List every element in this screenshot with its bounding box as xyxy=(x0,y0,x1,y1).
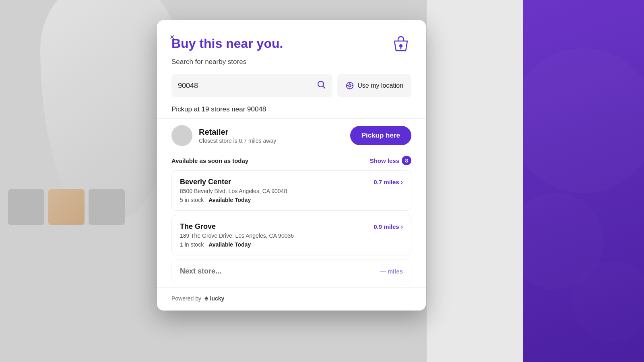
chevron-icon-1: › xyxy=(401,179,403,186)
search-icon[interactable] xyxy=(316,80,326,92)
svg-point-0 xyxy=(523,48,644,193)
miles-value-2: 0.9 miles xyxy=(374,223,399,230)
title-row: Buy this near you. xyxy=(171,33,411,54)
stock-available-1: Available Today xyxy=(208,197,251,203)
thumbnail-row xyxy=(8,189,125,225)
stock-count-1: 5 in stock xyxy=(180,197,204,203)
svg-point-6 xyxy=(349,84,351,87)
close-button[interactable]: × xyxy=(168,31,176,43)
use-location-button[interactable]: Use my location xyxy=(337,74,411,97)
partial-header: Next store... — miles xyxy=(180,267,403,276)
retailer-name: Retailer xyxy=(199,128,276,137)
background-right xyxy=(523,0,644,362)
chevron-icon-2: › xyxy=(401,223,403,230)
store-card-header-2: The Grove 0.9 miles › xyxy=(180,222,403,231)
modal-subtitle: Search for nearby stores xyxy=(171,58,411,66)
lucky-icon: ♠ xyxy=(204,294,208,302)
store-card-beverly-center[interactable]: Beverly Center 0.7 miles › 8500 Beverly … xyxy=(171,170,411,211)
store-bag-icon xyxy=(390,33,411,54)
modal-footer: Powered by ♠ lucky xyxy=(157,287,426,311)
store-finder-modal: × Buy this near you. Search for nearby s… xyxy=(157,20,426,311)
powered-by-label: Powered by xyxy=(171,295,201,302)
retailer-info: Retailer Closest store is 0.7 miles away xyxy=(171,125,276,146)
zip-input[interactable] xyxy=(178,82,316,90)
modal-title: Buy this near you. xyxy=(171,36,283,51)
store-address-2: 189 The Grove Drive, Los Angeles, CA 900… xyxy=(180,232,403,239)
show-less-count: 8 xyxy=(402,156,411,165)
search-row: Use my location xyxy=(171,74,411,97)
store-card-the-grove[interactable]: The Grove 0.9 miles › 189 The Grove Driv… xyxy=(171,215,411,255)
pickup-info: Pickup at 19 stores near 90048 xyxy=(157,97,426,118)
store-name-2: The Grove xyxy=(180,222,216,231)
modal-header: × Buy this near you. Search for nearby s… xyxy=(157,20,426,66)
product-bottle xyxy=(40,0,177,217)
miles-value-1: 0.7 miles xyxy=(374,179,399,185)
thumb-1 xyxy=(8,189,44,225)
partial-miles: — miles xyxy=(380,268,403,275)
retailer-distance: Closest store is 0.7 miles away xyxy=(199,138,276,144)
show-less-button[interactable]: Show less 8 xyxy=(370,156,411,165)
retailer-avatar xyxy=(171,125,192,146)
retailer-row: Retailer Closest store is 0.7 miles away… xyxy=(157,118,426,152)
thumb-3 xyxy=(89,189,125,225)
store-stock-row-1: 5 in stock Available Today xyxy=(180,197,403,203)
powered-by-row: Powered by ♠ lucky xyxy=(171,294,411,302)
store-stock-row-2: 1 in stock Available Today xyxy=(180,241,403,248)
background-pattern xyxy=(523,0,644,362)
show-less-label: Show less xyxy=(370,157,399,164)
thumb-2 xyxy=(48,189,85,225)
lucky-brand-name: lucky xyxy=(210,295,225,302)
availability-row: Available as soon as today Show less 8 xyxy=(157,152,426,170)
retailer-details: Retailer Closest store is 0.7 miles away xyxy=(199,128,276,144)
store-list: Beverly Center 0.7 miles › 8500 Beverly … xyxy=(157,170,426,283)
store-miles-1: 0.7 miles › xyxy=(374,179,403,186)
stock-available-2: Available Today xyxy=(208,241,251,248)
availability-label: Available as soon as today xyxy=(171,157,248,164)
store-card-partial: Next store... — miles xyxy=(171,259,411,283)
lucky-brand: ♠ lucky xyxy=(204,294,224,302)
store-name-1: Beverly Center xyxy=(180,178,231,186)
use-location-label: Use my location xyxy=(357,82,403,89)
pickup-here-button[interactable]: Pickup here xyxy=(350,126,411,145)
stock-count-2: 1 in stock xyxy=(180,241,204,248)
store-address-1: 8500 Beverly Blvd, Los Angeles, CA 90048 xyxy=(180,188,403,194)
search-box xyxy=(171,74,332,97)
store-card-header-1: Beverly Center 0.7 miles › xyxy=(180,178,403,186)
store-miles-2: 0.9 miles › xyxy=(374,223,403,230)
partial-store-name: Next store... xyxy=(180,267,221,276)
location-icon xyxy=(345,81,354,90)
